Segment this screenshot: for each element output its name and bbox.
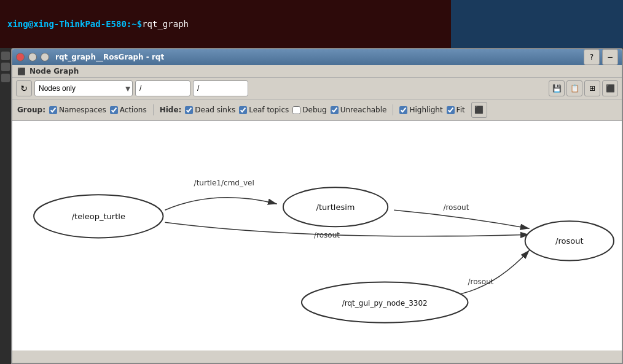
- group-label: Group:: [17, 106, 45, 114]
- toolbar: ↻ Nodes only Nodes/Topics (all) Nodes/To…: [12, 78, 622, 99]
- unreachable-checkbox-item[interactable]: Unreachable: [331, 106, 387, 114]
- dead-sinks-checkbox[interactable]: [185, 106, 193, 114]
- left-sidebar: [0, 48, 11, 364]
- minimize-button[interactable]: [28, 53, 37, 61]
- display-mode-dropdown[interactable]: Nodes only Nodes/Topics (all) Nodes/Topi…: [34, 80, 133, 96]
- sidebar-icon-2[interactable]: [1, 63, 10, 71]
- graph-svg: /turtle1/cmd_vel /rosout /rosout /rosout…: [12, 121, 622, 349]
- divider-1: [153, 104, 154, 115]
- maximize-button[interactable]: [41, 53, 49, 61]
- hide-label: Hide:: [160, 106, 182, 114]
- display-mode-wrapper: Nodes only Nodes/Topics (all) Nodes/Topi…: [34, 80, 133, 96]
- refresh-button[interactable]: ↻: [16, 80, 32, 96]
- dead-sinks-checkbox-item[interactable]: Dead sinks: [185, 106, 235, 114]
- extra-button[interactable]: ⬛: [602, 80, 618, 96]
- close-button[interactable]: [16, 53, 25, 61]
- actions-checkbox-item[interactable]: Actions: [110, 106, 147, 114]
- leaf-topics-checkbox[interactable]: [239, 106, 247, 114]
- highlight-label: Highlight: [409, 106, 442, 114]
- namespaces-label: Namespaces: [59, 106, 106, 114]
- panel-label: Node Graph: [29, 67, 79, 76]
- namespaces-checkbox[interactable]: [49, 106, 57, 114]
- node-rqt-gui-label: /rqt_gui_py_node_3302: [342, 299, 428, 308]
- help-button[interactable]: ?: [584, 49, 600, 65]
- graph-area: /turtle1/cmd_vel /rosout /rosout /rosout…: [12, 121, 622, 350]
- actions-label: Actions: [120, 106, 147, 114]
- actions-checkbox[interactable]: [110, 106, 118, 114]
- terminal-prompt: xing@xing-ThinkPad-E580:~$: [7, 19, 142, 29]
- edge-label-teleop-rosout: /rosout: [314, 231, 340, 239]
- edge-label-rqt-rosout: /rosout: [468, 277, 493, 286]
- divider-2: [393, 104, 393, 115]
- node-teleop-turtle-label: /teleop_turtle: [72, 212, 125, 221]
- fit-checkbox-item[interactable]: Fit: [447, 106, 465, 114]
- debug-label: Debug: [302, 106, 326, 114]
- unreachable-checkbox[interactable]: [331, 106, 339, 114]
- main-window: rqt_graph__RosGraph - rqt ? − ⬛ Node Gra…: [11, 48, 623, 364]
- edge-label-turtlesim-rosout: /rosout: [443, 203, 469, 212]
- debug-checkbox[interactable]: [292, 106, 300, 114]
- save-icon-button[interactable]: 💾: [549, 80, 565, 96]
- leaf-topics-label: Leaf topics: [249, 106, 289, 114]
- debug-checkbox-item[interactable]: Debug: [292, 106, 326, 114]
- fit-checkbox[interactable]: [447, 106, 455, 114]
- unreachable-label: Unreachable: [340, 106, 387, 114]
- dead-sinks-label: Dead sinks: [195, 106, 235, 114]
- fit-label: Fit: [456, 106, 465, 114]
- filterbar: Group: Namespaces Actions Hide: Dead sin…: [12, 99, 622, 121]
- namespaces-checkbox-item[interactable]: Namespaces: [49, 106, 106, 114]
- sidebar-icon-1[interactable]: [1, 52, 10, 60]
- zoom-fit-button[interactable]: ⊞: [584, 80, 600, 96]
- window-titlebar: rqt_graph__RosGraph - rqt ? −: [12, 49, 622, 65]
- terminal-right-area: [451, 0, 623, 48]
- leaf-topics-checkbox-item[interactable]: Leaf topics: [239, 106, 289, 114]
- export-icon-button[interactable]: 📋: [566, 80, 582, 96]
- highlight-checkbox[interactable]: [399, 106, 407, 114]
- toolbar-right: 💾 📋 ⊞ ⬛: [549, 80, 618, 96]
- node-turtlesim-label: /turtlesim: [316, 203, 355, 212]
- settings-button[interactable]: −: [602, 49, 618, 65]
- namespace-filter-input[interactable]: [135, 80, 190, 96]
- fit-icon-button[interactable]: ⬛: [471, 102, 487, 118]
- edge-turtlesim-rosout: [394, 210, 529, 228]
- sidebar-icon-3[interactable]: [1, 74, 10, 82]
- edge-cmd-vel: [165, 198, 277, 210]
- highlight-checkbox-item[interactable]: Highlight: [399, 106, 442, 114]
- window-title: rqt_graph__RosGraph - rqt: [55, 53, 164, 61]
- node-filter-input[interactable]: [193, 80, 248, 96]
- edge-label-cmd-vel: /turtle1/cmd_vel: [194, 179, 254, 187]
- node-rosout-label: /rosout: [555, 236, 584, 246]
- edge-rqt-rosout: [449, 250, 529, 296]
- terminal-command: rqt_graph: [142, 19, 189, 29]
